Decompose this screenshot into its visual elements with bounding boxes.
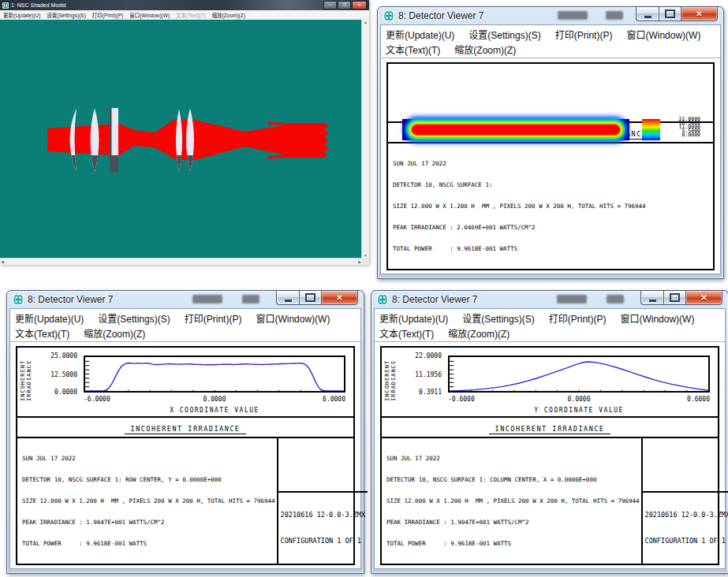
row-cross-section-window: 8: Detector Viewer 7 ✕ 更新(Update)(U) 设置(… xyxy=(6,290,364,574)
config-panel: 20210616 12-0.0-3.ZMX CONFIGURATION 1 OF… xyxy=(277,438,368,564)
scroll-right-icon[interactable]: ▶ xyxy=(358,259,361,264)
zemax-graphic-frame: 22.0000 16.5000 11.0000 5.5000 0.0000 DE… xyxy=(386,62,715,270)
background-artifact xyxy=(607,295,624,303)
shaded-model-viewport[interactable] xyxy=(0,20,362,258)
menu-print[interactable]: 打印(Print)(P) xyxy=(549,311,607,325)
column-plot-region[interactable]: 22.0000 11.1956 0.3911 INCOHERENT IRRADI… xyxy=(382,348,718,416)
restore-button[interactable]: ❐ xyxy=(338,1,351,9)
menu-window[interactable]: 窗口(Window)(W) xyxy=(256,311,330,325)
scroll-left-icon[interactable]: ◀ xyxy=(1,259,4,264)
maximize-button[interactable] xyxy=(663,290,685,305)
background-artifact xyxy=(558,11,588,20)
minimize-button[interactable] xyxy=(276,290,299,305)
menu-update[interactable]: 更新(Update)(U) xyxy=(3,11,40,19)
menu-print[interactable]: 打印(Print)(P) xyxy=(185,311,242,325)
colorbar xyxy=(642,119,660,140)
window-title: 8: Detector Viewer 7 xyxy=(398,10,484,21)
y-tick-label: 12.5000 xyxy=(28,371,77,378)
y-axis-title: INCOHERENT IRRADIANCE xyxy=(20,359,32,400)
menu-settings[interactable]: 设置(Settings)(S) xyxy=(98,311,170,325)
menu-window[interactable]: 窗口(Window)(W) xyxy=(129,11,170,19)
detector-image-region[interactable]: 22.0000 16.5000 11.0000 5.5000 0.0000 xyxy=(388,64,713,121)
configuration-label: CONFIGURATION 1 OF 1 xyxy=(281,537,365,545)
horizontal-scrollbar[interactable]: ◀ ▶ xyxy=(0,258,362,265)
zemax-footer: DETECTOR IMAGE: INCOHERENT IRRADIANCE SU… xyxy=(388,121,713,269)
menu-text: 文本(Text)(T) xyxy=(176,11,206,19)
menu-settings[interactable]: 设置(Settings)(S) xyxy=(462,311,534,325)
maximize-button[interactable] xyxy=(659,6,681,21)
column-info-text: SUN JUL 17 2022 DETECTOR 10, NSCG SURFAC… xyxy=(382,438,641,564)
menu-print[interactable]: 打印(Print)(P) xyxy=(92,11,123,19)
zemax-footer: INCOHERENT IRRADIANCE SUN JUL 17 2022 DE… xyxy=(17,416,353,564)
menu-update[interactable]: 更新(Update)(U) xyxy=(15,311,84,325)
menu-text[interactable]: 文本(Text)(T) xyxy=(379,326,434,340)
x-tick-labels: -0.6000 0.0000 0.6000 xyxy=(448,396,710,404)
menu-zoom[interactable]: 缩放(Zoom)(Z) xyxy=(448,326,510,340)
minimize-button[interactable] xyxy=(636,6,659,21)
desktop: { "colors": { "model_bg": "#0b7f77", "be… xyxy=(0,0,728,577)
zemax-graphic-frame: 25.0000 12.5000 0.0000 INCOHERENT IRRADI… xyxy=(16,346,355,565)
background-artifact xyxy=(557,295,587,303)
menu-text[interactable]: 文本(Text)(T) xyxy=(15,326,69,340)
titlebar[interactable]: 8: Detector Viewer 7 ✕ xyxy=(7,291,364,308)
close-button[interactable]: ✕ xyxy=(352,1,367,9)
nsc-titlebar[interactable]: 1: NSC Shaded Model – ❐ ✕ xyxy=(0,0,369,10)
lens-file-name: 20210616 12-0.0-3.ZMX xyxy=(281,511,365,519)
scroll-up-icon[interactable]: ▲ xyxy=(364,20,368,24)
close-button[interactable]: ✕ xyxy=(681,6,718,21)
y-axis-title: INCOHERENT IRRADIANCE xyxy=(384,359,397,400)
x-axis-title: Y COORDINATE VALUE xyxy=(448,407,710,414)
titlebar[interactable]: 8: Detector Viewer 7 ✕ xyxy=(371,291,728,308)
colorbar-labels: 22.0000 16.5000 11.0000 5.5000 0.0000 xyxy=(666,117,700,137)
menu-window[interactable]: 窗口(Window)(W) xyxy=(620,311,694,325)
menu-zoom[interactable]: 缩放(Zoom)(Z) xyxy=(84,326,145,340)
plot-frame xyxy=(448,356,710,393)
column-plot-client: 22.0000 11.1956 0.3911 INCOHERENT IRRADI… xyxy=(374,342,726,569)
zemax-app-icon xyxy=(383,10,394,21)
menu-update[interactable]: 更新(Update)(U) xyxy=(379,311,448,325)
y-tick-label: 11.1956 xyxy=(393,371,442,378)
menu-update[interactable]: 更新(Update)(U) xyxy=(386,28,454,41)
menu-window[interactable]: 窗口(Window)(W) xyxy=(626,28,700,41)
menubar: 更新(Update)(U) 设置(Settings)(S) 打印(Print)(… xyxy=(9,308,361,342)
row-info-text: SUN JUL 17 2022 DETECTOR 10, NSCG SURFAC… xyxy=(17,438,277,564)
vertical-scrollbar[interactable]: ▲ ▼ xyxy=(361,20,369,258)
config-panel: 20210616 12-0.0-3.ZMX CONFIGURATION 1 OF… xyxy=(641,438,728,564)
minimize-button[interactable]: – xyxy=(323,1,337,9)
nsc-window-title: 1: NSC Shaded Model xyxy=(11,2,66,8)
close-button[interactable]: ✕ xyxy=(321,290,358,305)
zemax-app-icon xyxy=(2,2,9,9)
menu-settings[interactable]: 设置(Settings)(S) xyxy=(47,11,85,19)
menu-settings[interactable]: 设置(Settings)(S) xyxy=(469,28,540,41)
row-plot-region[interactable]: 25.0000 12.5000 0.0000 INCOHERENT IRRADI… xyxy=(17,348,353,416)
window-title: 8: Detector Viewer 7 xyxy=(392,294,478,305)
y-tick-label: 22.0000 xyxy=(393,352,442,359)
window-title: 8: Detector Viewer 7 xyxy=(28,294,114,305)
row-profile-plot xyxy=(85,357,344,391)
minimize-button[interactable] xyxy=(640,290,663,305)
nsc-shaded-model-window: 1: NSC Shaded Model – ❐ ✕ 更新(Update)(U) … xyxy=(0,0,369,265)
ray-trace-scene xyxy=(0,20,362,258)
zemax-footer: INCOHERENT IRRADIANCE SUN JUL 17 2022 DE… xyxy=(382,416,718,564)
y-tick-label: 0.3911 xyxy=(393,389,442,396)
zemax-app-icon xyxy=(13,294,24,305)
plot-frame xyxy=(84,356,345,393)
x-tick-labels: -6.0000 0.0000 6.0000 xyxy=(84,396,345,404)
menu-zoom[interactable]: 缩放(Zoom)(Z) xyxy=(454,43,516,56)
menu-zoom[interactable]: 缩放(Zoom)(Z) xyxy=(212,11,245,19)
graphic-caption: INCOHERENT IRRADIANCE xyxy=(125,425,247,434)
background-artifact xyxy=(242,295,259,303)
menubar: 更新(Update)(U) 设置(Settings)(S) 打印(Print)(… xyxy=(374,308,726,342)
menu-text[interactable]: 文本(Text)(T) xyxy=(386,43,440,56)
titlebar[interactable]: 8: Detector Viewer 7 ✕ xyxy=(378,7,723,24)
maximize-button[interactable] xyxy=(299,290,321,305)
scrollbar-corner xyxy=(362,258,369,265)
detector-info-text: SUN JUL 17 2022 DETECTOR 10, NSCG SURFAC… xyxy=(388,143,713,269)
menu-print[interactable]: 打印(Print)(P) xyxy=(555,28,613,41)
detector-image-window: 8: Detector Viewer 7 ✕ 更新(Update)(U) 设置(… xyxy=(377,6,724,279)
x-axis-title: X COORDINATE VALUE xyxy=(84,407,345,414)
lens-file-name: 20210616 12-0.0-3.ZMX xyxy=(645,511,728,519)
close-button[interactable]: ✕ xyxy=(685,290,722,305)
column-profile-plot xyxy=(450,357,708,391)
graphic-caption: INCOHERENT IRRADIANCE xyxy=(489,425,611,434)
